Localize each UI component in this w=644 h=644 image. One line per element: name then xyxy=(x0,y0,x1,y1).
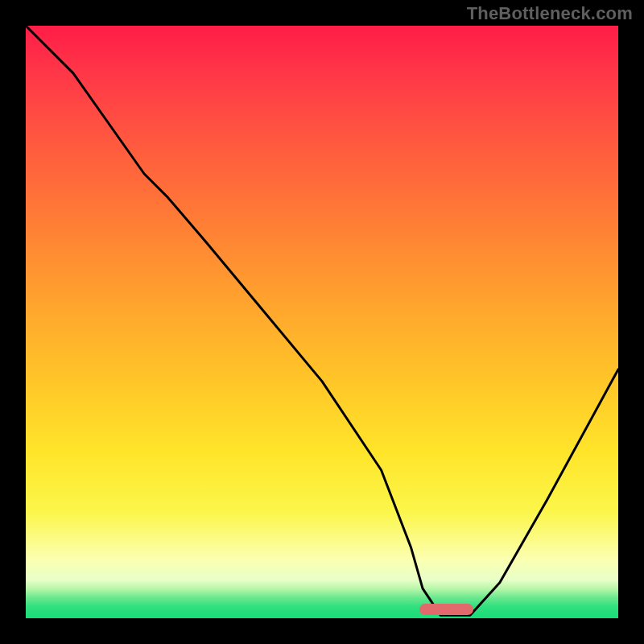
watermark-text: TheBottleneck.com xyxy=(467,3,633,24)
bottleneck-curve xyxy=(26,26,618,618)
plot-area xyxy=(26,26,618,618)
chart-frame: TheBottleneck.com xyxy=(0,0,644,644)
optimum-marker xyxy=(419,604,473,615)
